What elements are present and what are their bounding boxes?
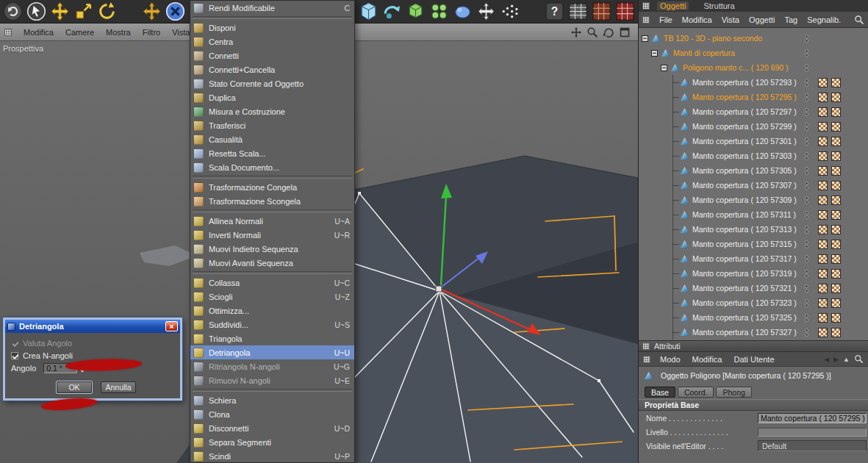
visibility-dot-icon[interactable] — [805, 299, 808, 303]
visibility-dot-icon[interactable] — [805, 284, 808, 288]
visibility-dots-icon[interactable] — [805, 226, 808, 234]
texture-tag-icon[interactable] — [831, 210, 841, 220]
visibility-dot-icon[interactable] — [805, 215, 808, 219]
texture-tag-icon[interactable] — [831, 195, 841, 205]
menu-item-detriangola[interactable]: DetriangolaU~U — [190, 345, 354, 359]
tree-row-manto-copertura-120-57323[interactable]: Manto copertura ( 120 57323 ) — [639, 295, 868, 310]
menu-item-disponi[interactable]: Disponi — [190, 21, 354, 35]
om-menu-grip-icon[interactable] — [642, 16, 650, 24]
visibility-dot-icon[interactable] — [805, 201, 808, 204]
live-selection-icon[interactable] — [26, 1, 46, 21]
visibility-dots-icon[interactable] — [805, 108, 808, 116]
visibility-dot-icon[interactable] — [805, 68, 808, 72]
menu-item-rimuovi-n-angoli[interactable]: Rimuovi N-angoliU~E — [190, 373, 354, 387]
menu-item-trasformazione-scongela[interactable]: Trasformazione Scongela — [190, 194, 354, 208]
menu-item-sciogli[interactable]: SciogliU~Z — [190, 290, 354, 304]
menu-item-scindi[interactable]: ScindiU~P — [190, 449, 354, 463]
tree-row-manto-copertura-120-57321[interactable]: Manto copertura ( 120 57321 ) — [639, 281, 868, 295]
nome-input[interactable]: Manto copertura ( 120 57295 ) — [758, 413, 867, 423]
menu-item-inverti-normali[interactable]: Inverti NormaliU~R — [190, 228, 354, 242]
visibility-dots-icon[interactable] — [805, 167, 808, 175]
visibility-dots-icon[interactable] — [805, 123, 808, 131]
menu-item-centra[interactable]: Centra — [190, 35, 354, 49]
rotate-tool-icon[interactable] — [97, 1, 117, 21]
texture-tag-icon[interactable] — [818, 298, 828, 308]
texture-tag-icon[interactable] — [818, 328, 828, 337]
visibility-dots-icon[interactable] — [805, 196, 808, 204]
dialog-titlebar[interactable]: Detriangola × — [5, 320, 180, 333]
structure-table-icon[interactable] — [568, 1, 588, 21]
menu-item-triangola[interactable]: Triangola — [190, 331, 354, 345]
visibility-dots-icon[interactable] — [805, 314, 808, 322]
tree-row-manto-copertura-120-57319[interactable]: Manto copertura ( 120 57319 ) — [639, 266, 868, 281]
tree-row-manto-copertura-120-57303[interactable]: Manto copertura ( 120 57303 ) — [639, 148, 868, 163]
viewport-menu-filtro[interactable]: Filtro — [143, 28, 160, 37]
viewport-menu-vista[interactable]: Vista — [172, 28, 190, 37]
visibility-dots-icon[interactable] — [805, 79, 808, 87]
visibility-dot-icon[interactable] — [805, 112, 808, 116]
visibility-dot-icon[interactable] — [805, 211, 808, 215]
texture-tag-icon[interactable] — [818, 313, 828, 323]
help-icon[interactable]: ? — [545, 1, 564, 21]
checkbox-icon[interactable] — [11, 352, 18, 359]
menu-item-muovi-avanti-sequenza[interactable]: Muovi Avanti Sequenza — [190, 256, 354, 270]
attr-menu-dati-utente[interactable]: Dati Utente — [734, 355, 775, 364]
tree-row-manto-copertura-120-57317[interactable]: Manto copertura ( 120 57317 ) — [639, 251, 868, 266]
visibility-dot-icon[interactable] — [805, 245, 808, 248]
attr-menu-modo[interactable]: Modo — [660, 355, 681, 364]
tab-struttura[interactable]: Struttura — [700, 1, 737, 10]
menu-item-rendi-modificabile[interactable]: Rendi ModificabileC — [190, 1, 354, 15]
visibility-dots-icon[interactable] — [805, 270, 808, 278]
menu-item-schiera[interactable]: Schiera — [190, 393, 354, 407]
viewport-menu-modifica[interactable]: Modifica — [24, 28, 54, 37]
attr-tab-coord[interactable]: Coord. — [678, 387, 714, 398]
texture-tag-icon[interactable] — [818, 210, 828, 220]
texture-tag-icon[interactable] — [818, 181, 828, 190]
visibility-dot-icon[interactable] — [805, 79, 808, 82]
texture-tag-icon[interactable] — [818, 93, 828, 102]
visibility-dots-icon[interactable] — [805, 240, 808, 248]
attributes-grip-icon[interactable] — [642, 342, 650, 350]
visibility-dots-icon[interactable] — [805, 299, 808, 307]
metaball-icon[interactable] — [453, 1, 473, 21]
visibility-dot-icon[interactable] — [805, 270, 808, 273]
visibility-dot-icon[interactable] — [805, 98, 808, 101]
visibility-dot-icon[interactable] — [805, 329, 808, 332]
om-menu-oggetti[interactable]: Oggetti — [749, 15, 775, 24]
visibility-dot-icon[interactable] — [805, 255, 808, 259]
ok-button[interactable]: OK — [57, 381, 92, 393]
undo-icon[interactable] — [3, 1, 23, 21]
tree-row-tb-120-3d-piano-secondo[interactable]: −TB 120 - 3D - piano secondo — [639, 31, 868, 46]
menu-item-ottimizza[interactable]: Ottimizza... — [190, 304, 354, 317]
visibility-dot-icon[interactable] — [805, 274, 808, 278]
attr-tab-base[interactable]: Base — [645, 387, 675, 398]
tree-row-manto-copertura-120-57293[interactable]: Manto copertura ( 120 57293 ) — [639, 75, 868, 90]
livello-widget[interactable] — [758, 428, 867, 437]
axis-lock-x-icon[interactable] — [165, 1, 185, 21]
scale-tool-icon[interactable] — [73, 1, 93, 21]
visibility-dot-icon[interactable] — [805, 240, 808, 244]
menu-item-disconnetti[interactable]: DisconnettiU~D — [190, 421, 354, 435]
visibility-dots-icon[interactable] — [805, 255, 808, 263]
visibility-dot-icon[interactable] — [805, 226, 808, 229]
rotate-view-icon[interactable] — [603, 26, 614, 38]
visibility-dot-icon[interactable] — [805, 186, 808, 190]
array-spheres-icon[interactable] — [429, 1, 449, 21]
texture-tag-icon[interactable] — [831, 240, 841, 249]
visibility-dots-icon[interactable] — [805, 35, 808, 43]
visibility-dot-icon[interactable] — [805, 142, 808, 146]
tree-row-manto-copertura-120-57327[interactable]: Manto copertura ( 120 57327 ) — [639, 325, 868, 340]
tree-row-manto-copertura-120-57299[interactable]: Manto copertura ( 120 57299 ) — [639, 119, 868, 134]
cancel-button[interactable]: Annulla — [101, 381, 136, 393]
expand-collapse-icon[interactable]: − — [642, 35, 648, 42]
texture-tag-icon[interactable] — [831, 269, 841, 279]
modeling-tool-icon[interactable] — [382, 1, 402, 21]
visibility-dot-icon[interactable] — [805, 314, 808, 317]
attr-tab-phong[interactable]: Phong — [716, 387, 751, 398]
texture-tag-icon[interactable] — [831, 107, 841, 117]
attr-menu-modifica[interactable]: Modifica — [692, 355, 722, 364]
tree-row-manto-copertura-120-57295[interactable]: Manto copertura ( 120 57295 ) — [639, 90, 868, 104]
prev-object-icon[interactable]: ◀ — [824, 356, 829, 363]
visibility-dot-icon[interactable] — [805, 35, 808, 38]
checkbox-icon[interactable] — [11, 340, 18, 347]
